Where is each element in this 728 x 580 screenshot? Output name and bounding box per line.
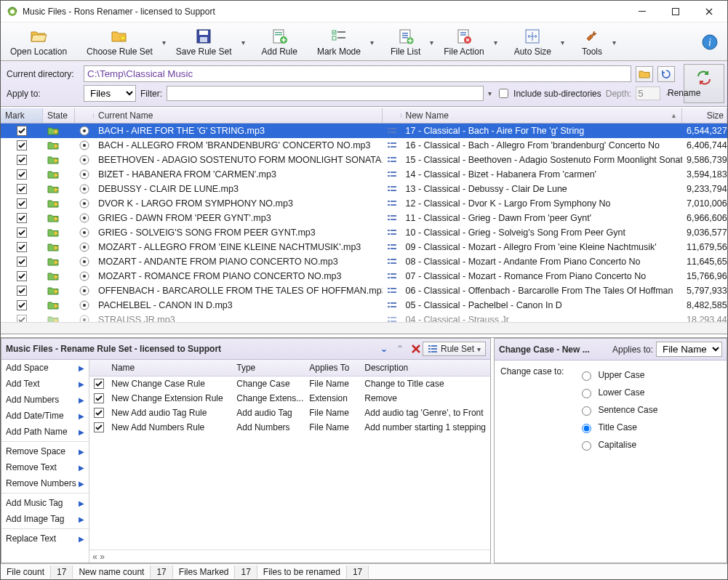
file-action-button[interactable]: File Action bbox=[439, 25, 489, 59]
case-option[interactable]: Lower Case bbox=[578, 384, 657, 401]
file-row[interactable]: BACH - ALLEGRO FROM 'BRANDENBURG' CONCER… bbox=[1, 138, 727, 153]
ruleset-button[interactable]: Rule Set▾ bbox=[423, 342, 486, 356]
file-row[interactable]: MOZART - ANDANTE FROM PIANO CONCERTO NO.… bbox=[1, 254, 727, 269]
rule-checkbox[interactable] bbox=[89, 419, 107, 435]
file-row[interactable]: MOZART - ALLEGRO FROM 'EINE KLEINE NACHT… bbox=[1, 240, 727, 254]
mark-checkbox[interactable] bbox=[1, 255, 43, 268]
rules-grid-body[interactable]: New Change Case RuleChange CaseFile Name… bbox=[89, 376, 490, 549]
rule-action-item[interactable]: Add Path Name▶ bbox=[1, 424, 89, 440]
rename-button[interactable]: Rename bbox=[684, 64, 724, 103]
col-new-name[interactable]: New Name▲ bbox=[401, 108, 683, 123]
rule-row[interactable]: New Change Case RuleChange CaseFile Name… bbox=[89, 376, 490, 391]
info-icon[interactable]: i bbox=[701, 33, 719, 51]
include-subdirs-checkbox[interactable]: Include sub-directories bbox=[496, 86, 601, 100]
file-size: 8,482,585 bbox=[682, 299, 727, 312]
col-size[interactable]: Size bbox=[682, 108, 727, 123]
move-up-button[interactable]: ⌃ bbox=[393, 342, 407, 355]
minimize-button[interactable] bbox=[625, 1, 659, 22]
maximize-button[interactable] bbox=[659, 1, 692, 22]
filter-input[interactable] bbox=[167, 86, 484, 101]
file-action-dropdown[interactable]: ▾ bbox=[492, 39, 500, 47]
rule-action-item[interactable]: Remove Space▶ bbox=[1, 443, 89, 459]
move-down-button[interactable]: ⌄ bbox=[377, 342, 391, 355]
choose-rule-set-dropdown[interactable]: ▾ bbox=[161, 39, 168, 47]
mark-checkbox[interactable] bbox=[1, 182, 43, 196]
rule-action-item[interactable]: Add Music Tag▶ bbox=[1, 495, 89, 511]
file-row[interactable]: BACH - AIRE FOR THE 'G' STRING.mp317 - C… bbox=[1, 124, 727, 138]
file-grid-body[interactable]: BACH - AIRE FOR THE 'G' STRING.mp317 - C… bbox=[1, 124, 727, 322]
rules-col-applies[interactable]: Applies To bbox=[305, 360, 360, 376]
mark-checkbox[interactable] bbox=[1, 284, 43, 297]
close-button[interactable] bbox=[692, 1, 726, 22]
mark-checkbox[interactable] bbox=[1, 241, 43, 254]
rule-row[interactable]: New Change Extension RuleChange Extens..… bbox=[89, 391, 490, 406]
rule-action-item[interactable]: Remove Numbers▶ bbox=[1, 475, 89, 491]
rules-col-type[interactable]: Type bbox=[232, 360, 305, 376]
file-row[interactable]: STRAUSS JR.mp304 - Classical - Strauss J… bbox=[1, 313, 727, 322]
filter-dropdown[interactable]: ▾ bbox=[488, 89, 492, 97]
case-option[interactable]: Capitalise bbox=[578, 436, 657, 454]
rule-row[interactable]: New Add Numbers RuleAdd NumbersFile Name… bbox=[89, 420, 490, 435]
rule-action-item[interactable]: Add Space▶ bbox=[1, 360, 89, 376]
applyto-select[interactable]: Files bbox=[84, 85, 136, 102]
auto-size-button[interactable]: Auto Size bbox=[509, 25, 556, 59]
mark-checkbox[interactable] bbox=[1, 197, 43, 210]
rules-col-name[interactable]: Name bbox=[107, 360, 232, 376]
file-row[interactable]: BIZET - HABANERA FROM 'CARMEN'.mp314 - C… bbox=[1, 167, 727, 182]
file-list-button[interactable]: File List bbox=[385, 25, 425, 59]
file-row[interactable]: GRIEG - SOLVEIG'S SONG FROM PEER GYNT.mp… bbox=[1, 225, 727, 240]
mark-checkbox[interactable] bbox=[1, 313, 43, 323]
save-rule-set-dropdown[interactable]: ▾ bbox=[240, 39, 247, 47]
case-option[interactable]: Sentence Case bbox=[578, 401, 657, 419]
rule-action-item[interactable]: Add Numbers▶ bbox=[1, 392, 89, 408]
mark-checkbox[interactable] bbox=[1, 299, 43, 312]
case-option[interactable]: Title Case bbox=[578, 419, 657, 436]
file-row[interactable]: OFFENBACH - BARCAROLLE FROM THE TALES OF… bbox=[1, 283, 727, 298]
col-current-name[interactable]: Current Name bbox=[94, 108, 383, 123]
mark-checkbox[interactable] bbox=[1, 153, 43, 166]
open-location-button[interactable]: Open Location bbox=[5, 25, 72, 59]
currentdir-input[interactable] bbox=[84, 65, 631, 82]
delete-rule-button[interactable] bbox=[409, 342, 423, 355]
col-state[interactable]: State bbox=[43, 108, 75, 123]
col-mark[interactable]: Mark bbox=[1, 108, 43, 123]
file-row[interactable]: DVOR K - LARGO FROM SYMPHONY NO.mp312 - … bbox=[1, 196, 727, 211]
refresh-button[interactable] bbox=[657, 66, 675, 82]
rule-action-item[interactable]: Add Image Tag▶ bbox=[1, 511, 89, 527]
rule-checkbox[interactable] bbox=[89, 405, 107, 421]
applies-to-select[interactable]: File Name bbox=[656, 342, 722, 357]
rule-checkbox[interactable] bbox=[89, 376, 107, 392]
rule-action-item[interactable]: Replace Text▶ bbox=[1, 531, 89, 547]
horizontal-scrollbar[interactable] bbox=[1, 322, 727, 334]
mark-checkbox[interactable] bbox=[1, 124, 43, 137]
mark-checkbox[interactable] bbox=[1, 139, 43, 152]
browse-folder-button[interactable] bbox=[636, 66, 653, 82]
mark-mode-button[interactable]: Mark Mode bbox=[312, 25, 366, 59]
rule-action-item[interactable]: Add Text▶ bbox=[1, 376, 89, 392]
file-row[interactable]: DEBUSSY - CLAIR DE LUNE.mp313 - Classica… bbox=[1, 182, 727, 196]
add-rule-button[interactable]: Add Rule bbox=[257, 25, 303, 59]
case-option[interactable]: Upper Case bbox=[578, 366, 657, 384]
nav-arrows[interactable]: « » bbox=[92, 552, 105, 562]
file-row[interactable]: MOZART - ROMANCE FROM PIANO CONCERTO NO.… bbox=[1, 269, 727, 283]
tools-dropdown[interactable]: ▾ bbox=[611, 39, 618, 47]
rule-row[interactable]: New Add audio Tag RuleAdd audio TagFile … bbox=[89, 406, 490, 420]
auto-size-dropdown[interactable]: ▾ bbox=[559, 39, 567, 47]
file-row[interactable]: PACHELBEL - CANON IN D.mp305 - Classical… bbox=[1, 298, 727, 313]
rules-col-desc[interactable]: Description bbox=[360, 360, 490, 376]
mark-checkbox[interactable] bbox=[1, 270, 43, 283]
tools-button[interactable]: Tools bbox=[576, 25, 608, 59]
mark-checkbox[interactable] bbox=[1, 212, 43, 225]
rule-checkbox[interactable] bbox=[89, 390, 107, 406]
mark-mode-dropdown[interactable]: ▾ bbox=[369, 39, 376, 47]
choose-rule-set-button[interactable]: Choose Rule Set bbox=[81, 25, 158, 59]
mark-checkbox[interactable] bbox=[1, 226, 43, 239]
svg-rect-87 bbox=[388, 248, 390, 249]
rule-action-item[interactable]: Remove Text▶ bbox=[1, 459, 89, 475]
file-row[interactable]: GRIEG - DAWN FROM 'PEER GYNT'.mp311 - Cl… bbox=[1, 211, 727, 225]
file-list-dropdown[interactable]: ▾ bbox=[428, 39, 436, 47]
mark-checkbox[interactable] bbox=[1, 168, 43, 181]
save-rule-set-button[interactable]: Save Rule Set bbox=[171, 25, 237, 59]
file-row[interactable]: BEETHOVEN - ADAGIO SOSTENUTO FORM MOONLI… bbox=[1, 153, 727, 167]
rule-action-item[interactable]: Add Date/Time▶ bbox=[1, 408, 89, 424]
